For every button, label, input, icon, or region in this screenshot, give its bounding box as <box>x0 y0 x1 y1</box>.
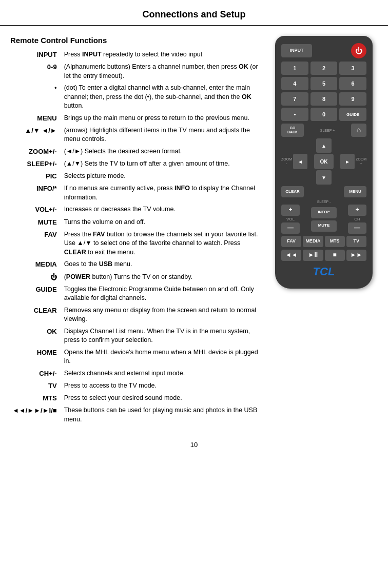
ch-up-button[interactable]: + <box>348 205 366 216</box>
vol-group: + VOL — <box>281 205 300 234</box>
dpad-up[interactable]: ▲ <box>316 138 332 153</box>
power-button[interactable]: ⏻ <box>351 43 366 58</box>
remote-control: INPUT ⏻ 123456789•0GUIDE GOBACK SLEEP + … <box>275 36 373 289</box>
numpad-btn-9[interactable]: 9 <box>339 92 366 106</box>
sleep-plus-label: SLEEP + <box>320 129 335 132</box>
function-desc: If no menus are currently active, press … <box>62 183 265 204</box>
numpad-btn-5[interactable]: 5 <box>311 77 338 90</box>
rewind-button[interactable]: ◄◄ <box>281 250 301 261</box>
ch-down-button[interactable]: — <box>348 222 366 234</box>
ch-label: CH <box>354 217 360 221</box>
function-key: ▲/▼ ◄/► <box>10 125 62 146</box>
function-key: SLEEP+/- <box>10 158 62 170</box>
remote-area: INPUT ⏻ 123456789•0GUIDE GOBACK SLEEP + … <box>270 36 378 425</box>
menu-button[interactable]: MENU <box>344 186 366 197</box>
vol-ch-row: + VOL — INFO/* MUTE + CH — <box>281 205 366 234</box>
page-number: 10 <box>0 441 388 449</box>
function-desc: Increases or decreases the TV volume. <box>62 204 265 216</box>
numpad-btn-1[interactable]: 1 <box>281 62 308 75</box>
function-key: MUTE <box>10 216 62 229</box>
vol-down-button[interactable]: — <box>281 222 300 234</box>
function-desc: Goes to the USB menu. <box>62 258 265 271</box>
function-key: • <box>10 82 62 112</box>
input-button[interactable]: INPUT <box>281 44 312 57</box>
numpad-btn-3[interactable]: 3 <box>339 62 366 75</box>
function-desc: Selects channels and external input mode… <box>62 368 265 380</box>
function-desc: Press INPUT repeatedly to select the vid… <box>62 49 265 61</box>
function-key: GUIDE <box>10 283 62 305</box>
function-key: CH+/- <box>10 368 62 380</box>
function-desc: Press the FAV button to browse the chann… <box>62 229 265 259</box>
numpad-btn-[interactable]: • <box>281 108 308 121</box>
numpad: 123456789•0GUIDE <box>281 62 366 121</box>
function-desc: These buttons can be used for playing mu… <box>62 404 265 425</box>
zoom-minus-label: ZOOM- <box>281 157 292 165</box>
function-key: MEDIA <box>10 258 62 271</box>
function-desc: Brings up the main menu or press to retu… <box>62 112 265 125</box>
function-key: 0-9 <box>10 61 62 82</box>
function-desc: Opens the MHL device's home menu when a … <box>62 347 265 368</box>
function-desc: Turns the volume on and off. <box>62 216 265 229</box>
function-key: TV <box>10 380 62 392</box>
function-key: OK <box>10 326 62 347</box>
function-key: ◄◄/►►/►I/■ <box>10 404 62 425</box>
function-key: INFO/* <box>10 183 62 204</box>
function-desc: (▲/▼) Sets the TV to turn off after a gi… <box>62 158 265 170</box>
tcl-logo: TCL <box>281 265 366 278</box>
functions-table: INPUTPress INPUT repeatedly to select th… <box>10 49 265 425</box>
vol-label: VOL <box>286 217 295 221</box>
function-desc: Toggles the Electronic Programme Guide b… <box>62 283 265 305</box>
dpad-right[interactable]: ► <box>340 154 355 169</box>
fast-forward-button[interactable]: ►► <box>346 250 366 261</box>
home-button[interactable]: ⌂ <box>351 124 366 137</box>
vol-up-button[interactable]: + <box>281 205 300 216</box>
function-key: CLEAR <box>10 305 62 326</box>
function-desc: Removes any menu or display from the scr… <box>62 305 265 326</box>
numpad-btn-4[interactable]: 4 <box>281 77 308 90</box>
function-desc: (Alphanumeric buttons) Enters a channel … <box>62 61 265 82</box>
info-button[interactable]: INFO/* <box>311 207 337 218</box>
function-key: ZOOM+/- <box>10 146 62 158</box>
function-key: MENU <box>10 112 62 125</box>
function-key: PIC <box>10 170 62 183</box>
section-title: Remote Control Functions <box>10 36 265 45</box>
playback-row: ◄◄ ►II ■ ►► <box>281 250 366 261</box>
clear-button[interactable]: CLEAR <box>281 186 304 197</box>
vol-ch-area: + VOL — INFO/* MUTE + CH — <box>281 205 366 234</box>
dpad-down[interactable]: ▼ <box>316 170 332 185</box>
mute-button[interactable]: MUTE <box>311 220 337 232</box>
media-button[interactable]: MEDIA <box>303 236 323 247</box>
zoom-plus-label: ZOOM+ <box>356 157 366 165</box>
function-desc: Selects picture mode. <box>62 170 265 183</box>
function-key: VOL+/- <box>10 204 62 216</box>
function-desc: (◄/►) Selects the desired screen format. <box>62 146 265 158</box>
function-key: HOME <box>10 347 62 368</box>
dpad-left[interactable]: ◄ <box>293 154 307 169</box>
function-desc: (dot) To enter a digital channel with a … <box>62 82 265 112</box>
numpad-btn-0[interactable]: 0 <box>311 108 338 121</box>
function-key: MTS <box>10 392 62 404</box>
bottom-btns: FAV MEDIA MTS TV <box>281 236 366 247</box>
nav-area: GOBACK SLEEP + ⌂ ZOOM- ▲ ▼ ◄ ► <box>281 124 366 197</box>
mts-button[interactable]: MTS <box>325 236 345 247</box>
clear-menu-row: CLEAR MENU <box>281 186 366 197</box>
numpad-btn-6[interactable]: 6 <box>339 77 366 90</box>
fav-button[interactable]: FAV <box>281 236 301 247</box>
numpad-btn-2[interactable]: 2 <box>311 62 338 75</box>
ch-group: + CH — <box>348 205 366 234</box>
function-desc: Press to access to the TV mode. <box>62 380 265 392</box>
text-section: Remote Control Functions INPUTPress INPU… <box>10 36 265 425</box>
function-desc: Press to select your desired sound mode. <box>62 392 265 404</box>
function-key: FAV <box>10 229 62 259</box>
stop-button[interactable]: ■ <box>325 250 345 261</box>
tv-button[interactable]: TV <box>346 236 366 247</box>
numpad-btn-guide[interactable]: GUIDE <box>339 108 366 121</box>
play-pause-button[interactable]: ►II <box>303 250 323 261</box>
numpad-btn-7[interactable]: 7 <box>281 92 308 106</box>
go-back-button[interactable]: GOBACK <box>281 124 304 137</box>
page-title: Connections and Setup <box>0 0 388 26</box>
numpad-btn-8[interactable]: 8 <box>311 92 338 106</box>
function-desc: (POWER button) Turns the TV on or standb… <box>62 271 265 283</box>
ok-button[interactable]: OK <box>314 154 334 169</box>
top-row: INPUT ⏻ <box>281 43 366 58</box>
